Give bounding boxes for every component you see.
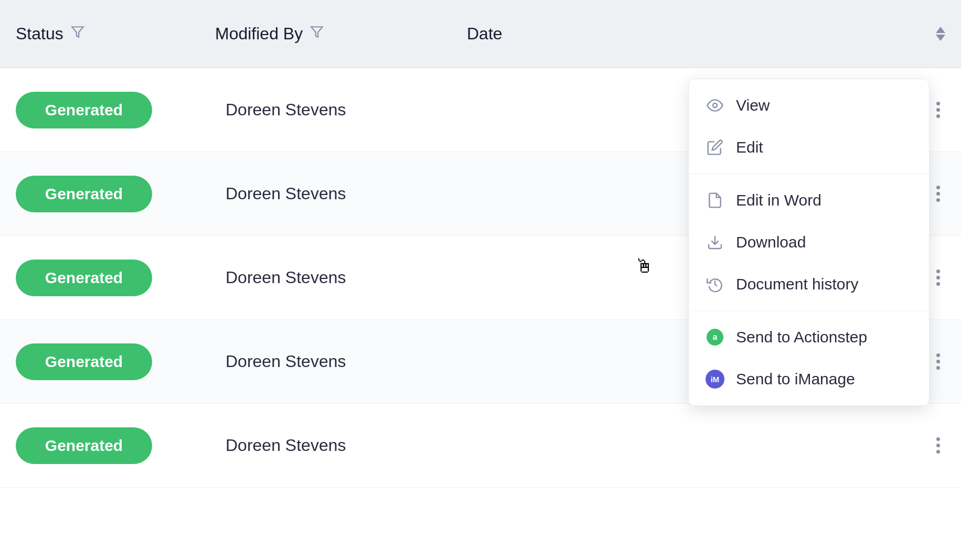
date-sort-icon[interactable]: [936, 27, 945, 41]
modified-by-value: Doreen Stevens: [226, 100, 346, 120]
status-column-header: Status: [16, 24, 215, 44]
date-header-label: Date: [467, 24, 503, 44]
menu-item-doc-history-label: Document history: [736, 275, 858, 293]
status-badge: Generated: [16, 176, 152, 212]
status-badge: Generated: [16, 427, 152, 464]
menu-item-edit-label: Edit: [736, 138, 763, 156]
menu-item-doc-history[interactable]: Document history: [689, 263, 929, 305]
sort-up-arrow: [936, 27, 945, 33]
row-5-status: Generated: [16, 427, 215, 464]
download-icon: [706, 233, 724, 252]
menu-section-3: a Send to Actionstep iM Send to iManage: [689, 311, 929, 405]
menu-item-send-actionstep-label: Send to Actionstep: [736, 328, 867, 346]
table-body: Generated Doreen Stevens: [0, 68, 961, 488]
row-2-modified-by: Doreen Stevens: [215, 184, 467, 203]
status-badge: Generated: [16, 92, 152, 128]
word-icon: [706, 191, 724, 210]
menu-item-edit-word[interactable]: Edit in Word: [689, 179, 929, 221]
row-actions-button[interactable]: [931, 348, 945, 375]
history-icon: [706, 275, 724, 294]
menu-item-send-imanage-label: Send to iManage: [736, 370, 855, 388]
row-4-status: Generated: [16, 343, 215, 380]
edit-icon: [706, 138, 724, 157]
table-row: Generated Doreen Stevens: [0, 68, 961, 152]
menu-section-1: View Edit: [689, 79, 929, 174]
svg-text:iM: iM: [711, 375, 720, 384]
context-menu: View Edit: [688, 79, 930, 406]
svg-marker-1: [311, 27, 323, 37]
modified-by-value: Doreen Stevens: [226, 268, 346, 287]
view-icon: [706, 96, 724, 115]
svg-text:a: a: [713, 332, 718, 341]
menu-item-edit-word-label: Edit in Word: [736, 191, 821, 209]
row-1-status: Generated: [16, 92, 215, 128]
menu-item-download-label: Download: [736, 233, 806, 251]
modified-filter-icon[interactable]: [310, 25, 324, 42]
menu-item-view[interactable]: View: [689, 84, 929, 126]
row-3-modified-by: Doreen Stevens: [215, 268, 467, 287]
row-5-modified-by: Doreen Stevens: [215, 436, 467, 455]
table-row: Generated Doreen Stevens: [0, 404, 961, 488]
row-3-status: Generated: [16, 260, 215, 296]
svg-point-2: [713, 103, 717, 107]
row-2-status: Generated: [16, 176, 215, 212]
menu-item-edit[interactable]: Edit: [689, 126, 929, 168]
menu-item-view-label: View: [736, 96, 770, 114]
table-header: Status Modified By Date: [0, 0, 961, 68]
menu-item-download[interactable]: Download: [689, 221, 929, 263]
status-badge: Generated: [16, 260, 152, 296]
actionstep-icon: a: [706, 328, 724, 347]
status-badge: Generated: [16, 343, 152, 380]
row-actions-button[interactable]: [931, 180, 945, 207]
modified-by-value: Doreen Stevens: [226, 436, 346, 455]
row-1-modified-by: Doreen Stevens: [215, 100, 467, 120]
row-actions-button[interactable]: [931, 96, 945, 123]
svg-marker-0: [72, 27, 83, 37]
modified-by-value: Doreen Stevens: [226, 352, 346, 371]
menu-item-send-imanage[interactable]: iM Send to iManage: [689, 358, 929, 400]
status-header-label: Status: [16, 24, 63, 44]
sort-down-arrow: [936, 35, 945, 41]
modified-by-column-header: Modified By: [215, 24, 467, 44]
menu-item-send-actionstep[interactable]: a Send to Actionstep: [689, 316, 929, 358]
modified-by-header-label: Modified By: [215, 24, 303, 44]
menu-section-2: Edit in Word Download: [689, 174, 929, 311]
date-column-header: Date: [467, 24, 945, 44]
status-filter-icon[interactable]: [71, 25, 84, 42]
row-actions-button[interactable]: [931, 264, 945, 291]
row-actions-button[interactable]: [931, 432, 945, 459]
modified-by-value: Doreen Stevens: [226, 184, 346, 203]
imanage-icon: iM: [706, 370, 724, 389]
row-4-modified-by: Doreen Stevens: [215, 352, 467, 371]
